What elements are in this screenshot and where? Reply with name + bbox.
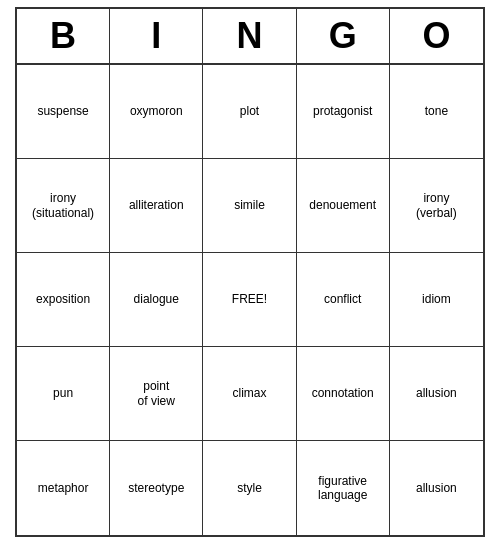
bingo-cell: irony(situational) xyxy=(17,159,110,253)
bingo-cell: climax xyxy=(203,347,296,441)
bingo-cell: connotation xyxy=(297,347,390,441)
bingo-cell: conflict xyxy=(297,253,390,347)
bingo-cell: exposition xyxy=(17,253,110,347)
header-letter: O xyxy=(390,9,483,63)
bingo-header: BINGO xyxy=(17,9,483,65)
bingo-cell: allusion xyxy=(390,347,483,441)
bingo-cell: pun xyxy=(17,347,110,441)
bingo-grid: suspenseoxymoronplotprotagonisttoneirony… xyxy=(17,65,483,535)
bingo-cell: metaphor xyxy=(17,441,110,535)
header-letter: G xyxy=(297,9,390,63)
header-letter: B xyxy=(17,9,110,63)
bingo-cell: oxymoron xyxy=(110,65,203,159)
bingo-cell: stereotype xyxy=(110,441,203,535)
header-letter: I xyxy=(110,9,203,63)
bingo-cell: figurativelanguage xyxy=(297,441,390,535)
header-letter: N xyxy=(203,9,296,63)
bingo-cell: denouement xyxy=(297,159,390,253)
bingo-cell: tone xyxy=(390,65,483,159)
bingo-card: BINGO suspenseoxymoronplotprotagonistton… xyxy=(15,7,485,537)
bingo-cell: suspense xyxy=(17,65,110,159)
bingo-cell: pointof view xyxy=(110,347,203,441)
bingo-cell: FREE! xyxy=(203,253,296,347)
bingo-cell: dialogue xyxy=(110,253,203,347)
bingo-cell: alliteration xyxy=(110,159,203,253)
bingo-cell: idiom xyxy=(390,253,483,347)
bingo-cell: plot xyxy=(203,65,296,159)
bingo-cell: style xyxy=(203,441,296,535)
bingo-cell: protagonist xyxy=(297,65,390,159)
bingo-cell: allusion xyxy=(390,441,483,535)
bingo-cell: simile xyxy=(203,159,296,253)
bingo-cell: irony(verbal) xyxy=(390,159,483,253)
